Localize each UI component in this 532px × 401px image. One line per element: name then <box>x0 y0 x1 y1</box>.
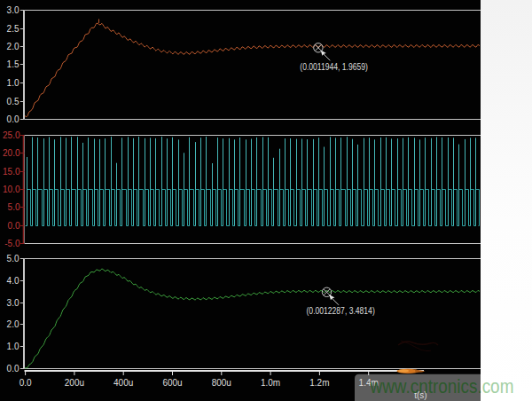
svg-text:10.0: 10.0 <box>3 185 20 194</box>
svg-text:2.0: 2.0 <box>7 42 20 51</box>
svg-text:4.0: 4.0 <box>7 276 20 286</box>
svg-text:1.2m: 1.2m <box>309 378 329 388</box>
svg-text:600u: 600u <box>162 378 182 388</box>
svg-text:0.0: 0.0 <box>7 114 20 124</box>
svg-text:0.0: 0.0 <box>20 378 32 388</box>
svg-text:(0.0011944, 1.9659): (0.0011944, 1.9659) <box>300 60 368 71</box>
svg-text:200u: 200u <box>65 378 84 388</box>
svg-text:800u: 800u <box>212 378 231 388</box>
svg-text:1.0m: 1.0m <box>261 378 280 388</box>
svg-text:5.0: 5.0 <box>8 202 20 212</box>
svg-text:5.0: 5.0 <box>7 254 20 263</box>
svg-text:20.0: 20.0 <box>3 148 20 158</box>
svg-text:2.5: 2.5 <box>7 24 20 34</box>
svg-text:0.5: 0.5 <box>7 97 20 106</box>
svg-text:-5.0: -5.0 <box>4 239 20 248</box>
svg-text:1.0: 1.0 <box>7 342 20 351</box>
svg-text:(0.0012287, 3.4814): (0.0012287, 3.4814) <box>307 305 375 316</box>
svg-text:15.0: 15.0 <box>3 167 20 177</box>
svg-text:3.0: 3.0 <box>7 5 20 15</box>
svg-text:0.0: 0.0 <box>7 364 20 373</box>
svg-text:1.5: 1.5 <box>7 59 20 69</box>
svg-text:3.0: 3.0 <box>7 298 20 308</box>
svg-text:25.0: 25.0 <box>3 130 20 140</box>
svg-text:400u: 400u <box>113 378 133 388</box>
svg-text:1.0: 1.0 <box>7 78 20 88</box>
svg-text:2.0: 2.0 <box>7 319 20 329</box>
svg-text:0.0: 0.0 <box>8 221 20 231</box>
